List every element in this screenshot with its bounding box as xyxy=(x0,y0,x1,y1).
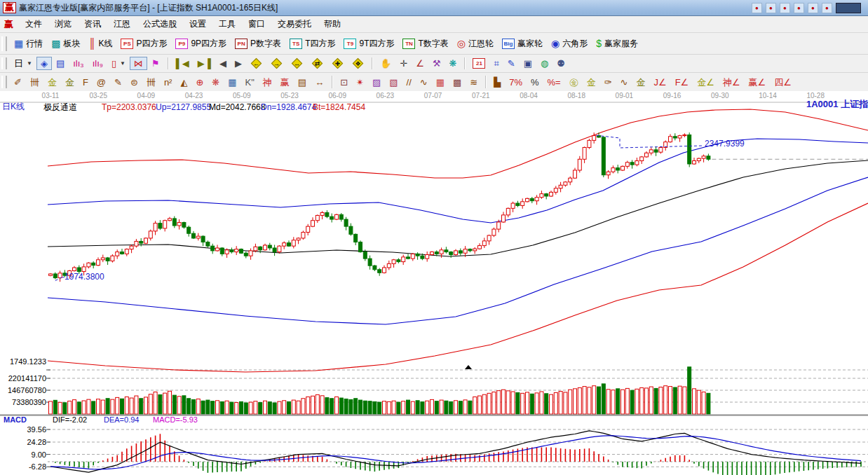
ruler-123-button[interactable]: ▤ xyxy=(294,76,311,89)
si-angle-button[interactable]: 四∠ xyxy=(770,76,796,89)
percent-button[interactable]: % xyxy=(527,76,543,89)
web-square-button[interactable]: ▦ xyxy=(224,76,240,89)
hexagon-button[interactable]: ◉六角形 xyxy=(547,36,592,52)
calendar-button[interactable]: 21 xyxy=(468,56,489,71)
trend-lines-button[interactable]: // xyxy=(402,76,416,89)
period-day-dropdown-icon[interactable]: ▼ xyxy=(27,60,32,67)
gold-angle-button[interactable]: 金∠ xyxy=(693,76,719,89)
pen-candle-button[interactable]: ✑ xyxy=(600,76,616,89)
box-purple-button[interactable]: ▨ xyxy=(368,76,385,89)
parallel-lines-button[interactable]: ≋ xyxy=(466,76,482,89)
gann-wheel-button[interactable]: ◎江恩轮 xyxy=(453,36,498,52)
crystal-view-button[interactable]: ◈ xyxy=(36,57,52,70)
angle-tool-button[interactable]: ◭ xyxy=(176,76,191,89)
macd-title[interactable]: MACD xyxy=(4,416,27,424)
span-measure-button[interactable]: ↔ xyxy=(311,76,328,89)
crosshair-tool-button[interactable]: ✛ xyxy=(395,57,412,70)
compress-all-button[interactable]: ❖ xyxy=(348,55,368,71)
notes-button[interactable]: ✎ xyxy=(503,57,520,70)
compass-target-button[interactable]: ⊕ xyxy=(191,76,208,89)
symbol-label[interactable]: 1A0001 上证指数 xyxy=(806,99,868,109)
j-angle-button[interactable]: J∠ xyxy=(650,76,671,89)
menu-item-公式选股[interactable]: 公式选股 xyxy=(137,18,183,30)
p-number-table-button[interactable]: PNP数字表 xyxy=(231,36,285,52)
remote-user-button[interactable]: ⚉ xyxy=(552,57,569,70)
wave-tool-button[interactable]: ∿ xyxy=(616,76,632,89)
info-document-button[interactable]: ▤ xyxy=(52,57,69,70)
menu-item-窗口[interactable]: 窗口 xyxy=(242,18,271,30)
period-day-button[interactable]: 日▼ xyxy=(10,57,36,70)
circle-lines-button[interactable]: ⊜ xyxy=(126,76,142,89)
menu-item-工具[interactable]: 工具 xyxy=(212,18,242,30)
tool-hammer-button[interactable]: ⚒ xyxy=(428,57,445,70)
angle-measure-button[interactable]: ∠ xyxy=(412,57,428,70)
zoom-right-button[interactable]: → xyxy=(266,55,287,71)
shen-angle-button[interactable]: 神∠ xyxy=(719,76,745,89)
grid-red-button[interactable]: ▦ xyxy=(432,76,449,89)
histogram-steps-button[interactable]: ▙ xyxy=(489,76,505,89)
pencil-tool-button[interactable]: ✐ xyxy=(10,76,26,89)
title-bar[interactable]: 赢 赢家江恩专业版[赢家内部服务平台] - [上证指数 SH1A0001-165… xyxy=(0,0,868,16)
grid-dark-button[interactable]: ▩ xyxy=(449,76,466,89)
grid-lines-button[interactable]: 卌 xyxy=(26,76,43,89)
kline-button[interactable]: ║K线 xyxy=(84,36,116,52)
fib-lines-button[interactable]: F xyxy=(79,76,93,89)
expand-h-button[interactable]: ↔ xyxy=(287,55,307,71)
titlebar-tray-icon[interactable]: ● xyxy=(808,3,818,13)
grid-lines-2-button[interactable]: 卌 xyxy=(142,76,160,89)
candle-style-button[interactable]: ▯▼ xyxy=(107,57,130,70)
toolbar-grip[interactable] xyxy=(1,36,7,51)
first-page-button[interactable]: ▌◀ xyxy=(172,57,194,70)
n-squared-button[interactable]: n² xyxy=(160,76,177,89)
shen-tool-button[interactable]: 神 xyxy=(259,76,276,89)
toolbar-grip[interactable] xyxy=(1,57,7,70)
quotes-button[interactable]: ▦行情 xyxy=(10,36,47,52)
f-angle-button[interactable]: F∠ xyxy=(671,76,693,89)
titlebar-tray-icon[interactable]: ● xyxy=(766,3,776,13)
box-select-button[interactable]: ⊡ xyxy=(336,76,352,89)
percent-line-button[interactable]: %= xyxy=(543,76,565,89)
profile-flag-button[interactable]: ⚑ xyxy=(147,57,164,70)
p-square-button[interactable]: PSP四方形 xyxy=(116,36,171,52)
titlebar-tray-icon[interactable]: ● xyxy=(822,3,832,13)
browser-globe-button[interactable]: ◍ xyxy=(536,57,552,70)
bars-9-button[interactable]: ılı₉ xyxy=(88,57,107,70)
9t-square-button[interactable]: T99T四方形 xyxy=(339,36,398,52)
menu-item-交易委托[interactable]: 交易委托 xyxy=(271,18,318,30)
pencil-2-button[interactable]: ✎ xyxy=(110,76,126,89)
expand-all-button[interactable]: ✚ xyxy=(327,55,348,71)
pattern-box-button[interactable]: ⋈ xyxy=(130,57,147,70)
gold-line-button[interactable]: 金 xyxy=(632,76,650,89)
gold-grid-2-button[interactable]: 金 xyxy=(61,76,79,89)
ray-fan-button[interactable]: ✴ xyxy=(352,76,368,89)
menu-item-文件[interactable]: 文件 xyxy=(19,18,48,30)
k-mark-button[interactable]: K" xyxy=(241,76,259,89)
percent-7-button[interactable]: 7% xyxy=(505,76,527,89)
zoom-left-button[interactable]: ← xyxy=(246,55,266,71)
prev-button[interactable]: ◀ xyxy=(215,57,231,70)
menu-item-浏览[interactable]: 浏览 xyxy=(48,18,78,30)
gold-circle-button[interactable]: ㊎ xyxy=(565,76,583,89)
save-button[interactable]: ▣ xyxy=(520,57,536,70)
titlebar-tray-icon[interactable]: ● xyxy=(780,3,790,13)
menu-item-帮助[interactable]: 帮助 xyxy=(318,18,347,30)
sectors-button[interactable]: ▩板块 xyxy=(47,36,84,52)
ying-angle-button[interactable]: 赢∠ xyxy=(745,76,771,89)
calculator-button[interactable]: ⌗ xyxy=(489,57,503,70)
winner-wheel-button[interactable]: Big赢家轮 xyxy=(498,36,547,52)
winner-service-button[interactable]: $赢家服务 xyxy=(592,36,642,52)
bars-3-button[interactable]: ılı₃ xyxy=(69,57,88,70)
t-number-table-button[interactable]: TNT数字表 xyxy=(398,36,452,52)
spiral-tool-button[interactable]: @ xyxy=(93,76,110,89)
9p-square-button[interactable]: P99P四方形 xyxy=(171,36,231,52)
ying-tool-button[interactable]: 赢 xyxy=(276,76,294,89)
period-label[interactable]: 日K线 xyxy=(2,102,25,111)
menu-item-江恩[interactable]: 江恩 xyxy=(107,18,137,30)
menu-item-设置[interactable]: 设置 xyxy=(183,18,212,30)
web-tool-button[interactable]: ❋ xyxy=(445,57,461,70)
compress-h-button[interactable]: ⇄ xyxy=(307,55,327,71)
titlebar-tray-icon[interactable]: ● xyxy=(794,3,804,13)
gold-grid-1-button[interactable]: 金 xyxy=(43,76,61,89)
titlebar-tray-icon[interactable]: ● xyxy=(752,3,762,13)
candle-style-dropdown-icon[interactable]: ▼ xyxy=(120,60,126,67)
